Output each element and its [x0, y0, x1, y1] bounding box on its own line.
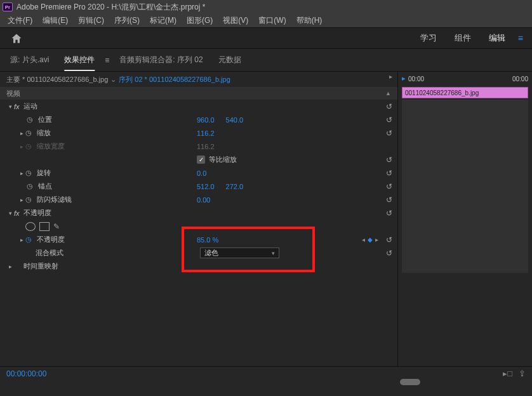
reset-icon[interactable]: ↺	[386, 195, 392, 204]
fx-badge-icon[interactable]: fx	[14, 209, 20, 217]
export-icon[interactable]: ⇪	[519, 369, 526, 378]
reset-icon[interactable]: ↺	[386, 116, 392, 124]
mini-timeline: 00:00 00:00 0011024058227686_b.jpg	[397, 72, 532, 366]
workspace-assembly[interactable]: 组件	[446, 32, 480, 44]
uniform-scale-label: 等比缩放	[209, 155, 237, 164]
scale-width-label: 缩放宽度	[37, 142, 65, 151]
menu-help[interactable]: 帮助(H)	[291, 15, 328, 26]
twisty-icon[interactable]	[18, 130, 25, 136]
rotation-row: ◷ 旋转 0.0 ↺	[0, 166, 397, 180]
content-area: 主要 * 0011024058227686_b.jpg ⌄ 序列 02 * 00…	[0, 72, 532, 366]
ellipse-mask-icon[interactable]	[25, 222, 36, 231]
anchor-label: 锚点	[38, 182, 52, 191]
reset-icon[interactable]: ↺	[386, 182, 392, 191]
time-remapping-row[interactable]: fx 时间重映射	[0, 260, 397, 273]
opacity-value[interactable]: 85.0 %	[197, 236, 218, 244]
antiflicker-value[interactable]: 0.00	[197, 196, 210, 204]
clip-bar[interactable]: 0011024058227686_b.jpg	[402, 87, 528, 98]
motion-row[interactable]: fx 运动 ↺	[0, 100, 397, 113]
twisty-icon[interactable]	[6, 263, 14, 270]
breadcrumb-sequence[interactable]: 序列 02 * 0011024058227686_b.jpg	[119, 75, 230, 84]
blend-mode-dropdown[interactable]: 滤色 ▾	[200, 248, 279, 258]
horizontal-scrollbar[interactable]	[0, 378, 532, 386]
scale-row: ◷ 缩放 116.2 ↺	[0, 126, 397, 140]
property-lane	[402, 206, 528, 220]
tab-audio-mixer[interactable]: 音频剪辑混合器: 序列 02	[112, 55, 210, 65]
twisty-icon[interactable]	[18, 143, 25, 150]
uniform-scale-row: ✓ 等比缩放 ↺	[0, 153, 397, 166]
position-y-value[interactable]: 540.0	[226, 116, 244, 124]
blend-mode-label: 混合模式	[36, 248, 63, 258]
workspace-menu-icon[interactable]: ≡	[514, 33, 527, 43]
reset-icon[interactable]: ↺	[386, 155, 392, 164]
reset-icon[interactable]: ↺	[386, 209, 392, 218]
menu-graphics[interactable]: 图形(G)	[182, 15, 218, 26]
time-remap-label: 时间重映射	[23, 261, 58, 271]
menu-sequence[interactable]: 序列(S)	[109, 15, 145, 26]
property-lane	[402, 126, 528, 140]
rect-mask-icon[interactable]	[39, 222, 50, 231]
stopwatch-icon[interactable]: ◷	[25, 169, 34, 177]
opacity-label: 不透明度	[37, 235, 65, 244]
reset-icon[interactable]: ↺	[386, 102, 392, 111]
stopwatch-icon[interactable]: ◷	[25, 195, 34, 204]
menu-edit[interactable]: 编辑(E)	[37, 15, 73, 26]
opacity-section-row[interactable]: fx 不透明度 ↺	[0, 206, 397, 220]
twisty-icon[interactable]	[6, 210, 14, 216]
menubar: 文件(F) 编辑(E) 剪辑(C) 序列(S) 标记(M) 图形(G) 视图(V…	[0, 14, 532, 27]
stopwatch-icon[interactable]: ◷	[27, 116, 36, 124]
stopwatch-icon[interactable]: ◷	[27, 182, 36, 190]
twisty-icon[interactable]	[18, 170, 25, 176]
reset-icon[interactable]: ↺	[386, 249, 392, 258]
menu-file[interactable]: 文件(F)	[3, 15, 37, 26]
reset-icon[interactable]: ↺	[386, 169, 392, 178]
add-keyframe-icon[interactable]: ◆	[368, 236, 373, 243]
tab-source[interactable]: 源: 片头.avi	[3, 55, 57, 65]
menu-marker[interactable]: 标记(M)	[145, 15, 182, 26]
workspace-learn[interactable]: 学习	[411, 32, 446, 44]
menu-view[interactable]: 视图(V)	[218, 15, 253, 26]
timeline-ruler[interactable]: 00:00 00:00	[398, 72, 532, 86]
fx-badge-icon[interactable]: fx	[14, 103, 20, 110]
scale-value[interactable]: 116.2	[197, 129, 215, 137]
reset-icon[interactable]: ↺	[386, 129, 392, 138]
home-icon[interactable]	[10, 32, 23, 44]
position-x-value[interactable]: 960.0	[197, 116, 215, 124]
menu-window[interactable]: 窗口(W)	[253, 15, 291, 26]
workspace-edit[interactable]: 编辑	[480, 32, 514, 44]
stopwatch-icon[interactable]: ◷	[25, 129, 34, 137]
twisty-icon[interactable]	[18, 237, 25, 243]
tool-icon[interactable]: ▸□	[503, 369, 512, 378]
twisty-icon[interactable]	[18, 197, 25, 203]
anchor-x-value[interactable]: 512.0	[197, 183, 215, 190]
scroll-up-icon[interactable]: ▲	[385, 90, 391, 96]
pen-mask-icon[interactable]: ✎	[53, 222, 60, 231]
uniform-scale-checkbox[interactable]: ✓	[197, 155, 205, 164]
tab-metadata[interactable]: 元数据	[211, 55, 249, 65]
reset-icon[interactable]: ↺	[386, 235, 392, 244]
prev-keyframe-icon[interactable]: ◂	[362, 236, 365, 243]
next-keyframe-icon[interactable]: ▸	[375, 236, 378, 243]
property-lane	[402, 100, 528, 113]
breadcrumb-chevron-icon: ⌄	[110, 76, 116, 84]
timecode[interactable]: 00:00:00:00	[6, 369, 46, 378]
video-section-header: 视频 ▲	[0, 87, 397, 100]
motion-label: 运动	[23, 102, 37, 111]
stopwatch-icon[interactable]: ◷	[25, 235, 34, 244]
playhead-icon[interactable]	[402, 74, 406, 82]
menu-clip[interactable]: 剪辑(C)	[73, 15, 109, 26]
panel-menu-icon[interactable]: ≡	[102, 56, 112, 65]
breadcrumb-master[interactable]: 主要 * 0011024058227686_b.jpg	[6, 75, 108, 84]
property-lane	[402, 246, 528, 260]
property-lane	[402, 233, 528, 246]
scroll-thumb[interactable]	[400, 379, 420, 385]
rotation-value[interactable]: 0.0	[197, 169, 206, 177]
blend-mode-value: 滤色	[204, 248, 218, 258]
keyframe-nav[interactable]: ◂ ◆ ▸	[362, 236, 378, 243]
twisty-icon[interactable]	[6, 103, 14, 110]
anchor-y-value[interactable]: 272.0	[226, 183, 244, 190]
tab-effect-controls[interactable]: 效果控件	[57, 55, 102, 65]
property-lane	[402, 140, 528, 153]
panel-tabs: 源: 片头.avi 效果控件 ≡ 音频剪辑混合器: 序列 02 元数据	[0, 49, 532, 72]
opacity-row: ◷ 不透明度 85.0 % ◂ ◆ ▸ ↺	[0, 233, 397, 246]
